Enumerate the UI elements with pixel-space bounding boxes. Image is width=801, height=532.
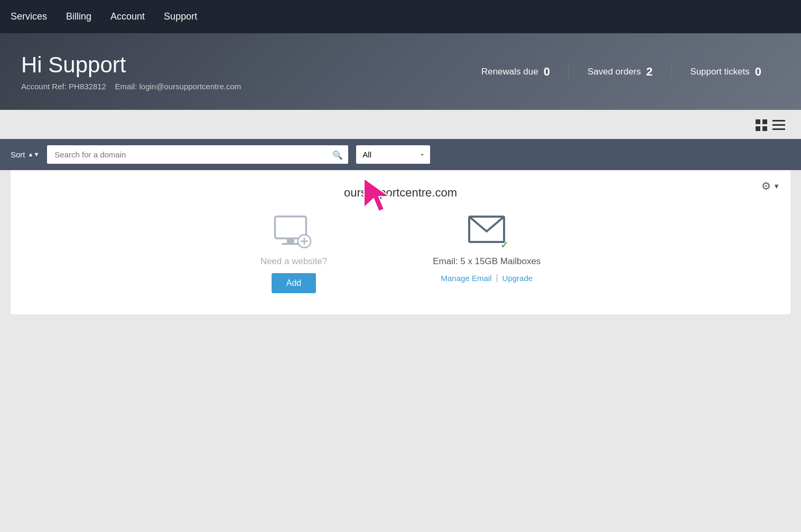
svg-rect-9: [282, 243, 300, 245]
svg-rect-8: [287, 239, 294, 243]
saved-orders-label: Saved orders: [588, 67, 641, 77]
email-icon-wrap: ✓: [468, 216, 505, 250]
card-settings-button[interactable]: ⚙ ▼: [761, 180, 780, 192]
search-wrap: 🔍: [47, 145, 348, 164]
svg-rect-4: [772, 120, 785, 122]
saved-orders-count: 2: [646, 65, 653, 79]
view-toggle-bar: [0, 110, 801, 139]
view-icons: [756, 119, 785, 134]
gear-dropdown-arrow: ▼: [773, 182, 780, 190]
renewals-due-stat: Renewals due 0: [463, 65, 569, 79]
svg-rect-6: [772, 128, 785, 130]
nav-account[interactable]: Account: [110, 1, 145, 33]
filter-bar: Sort ▲▼ 🔍 All: [0, 139, 801, 170]
support-tickets-stat: Support tickets 0: [672, 65, 780, 79]
support-tickets-count: 0: [755, 65, 761, 79]
list-view-icon[interactable]: [772, 119, 785, 134]
sort-label: Sort: [11, 150, 25, 159]
hero-banner: Hi Support Account Ref: PH832812 Email: …: [0, 33, 801, 110]
renewals-label: Renewals due: [481, 67, 538, 77]
email-links-separator: |: [496, 273, 498, 283]
account-ref: Account Ref: PH832812 Email: login@oursu…: [21, 82, 241, 91]
email-mailboxes-label: Email: 5 x 15GB Mailboxes: [433, 256, 541, 267]
mouse-cursor-icon: [359, 173, 401, 221]
email-envelope-icon: [468, 216, 505, 245]
gear-icon: ⚙: [761, 180, 771, 192]
upgrade-link[interactable]: Upgrade: [502, 274, 533, 283]
add-website-button[interactable]: Add: [272, 273, 316, 293]
hero-user-info: Hi Support Account Ref: PH832812 Email: …: [21, 52, 241, 91]
sort-button[interactable]: Sort ▲▼: [11, 150, 39, 159]
website-need-label: Need a website?: [260, 256, 328, 267]
manage-email-link[interactable]: Manage Email: [441, 274, 492, 283]
nav-support[interactable]: Support: [164, 1, 197, 33]
greeting-title: Hi Support: [21, 52, 241, 78]
domains-area: ⚙ ▼ oursupportcentre.com Need a website?: [0, 170, 801, 325]
svg-rect-3: [762, 126, 767, 131]
svg-rect-5: [772, 124, 785, 126]
svg-marker-13: [364, 179, 389, 211]
email-action-links: Manage Email | Upgrade: [441, 273, 533, 283]
sort-arrows-icon: ▲▼: [28, 152, 40, 157]
email-active-check-icon: ✓: [500, 239, 508, 251]
email-service-block: ✓ Email: 5 x 15GB Mailboxes Manage Email…: [433, 216, 541, 283]
nav-billing[interactable]: Billing: [66, 1, 91, 33]
search-input[interactable]: [47, 145, 348, 164]
search-icon: 🔍: [332, 150, 343, 160]
svg-rect-1: [762, 119, 767, 124]
monitor-add-icon: [273, 216, 315, 250]
hero-stats: Renewals due 0 Saved orders 2 Support ti…: [463, 65, 780, 79]
svg-rect-2: [756, 126, 760, 131]
domain-card: ⚙ ▼ oursupportcentre.com Need a website?: [11, 170, 790, 314]
filter-dropdown[interactable]: All: [356, 145, 430, 164]
nav-services[interactable]: Services: [11, 1, 47, 33]
website-service-block: Need a website? Add: [260, 216, 328, 293]
svg-rect-0: [756, 119, 760, 124]
grid-view-icon[interactable]: [756, 119, 767, 134]
saved-orders-stat: Saved orders 2: [569, 65, 672, 79]
top-nav: Services Billing Account Support: [0, 0, 801, 33]
support-tickets-label: Support tickets: [690, 67, 749, 77]
renewals-count: 0: [544, 65, 550, 79]
domain-services-row: Need a website? Add ✓: [26, 216, 775, 293]
